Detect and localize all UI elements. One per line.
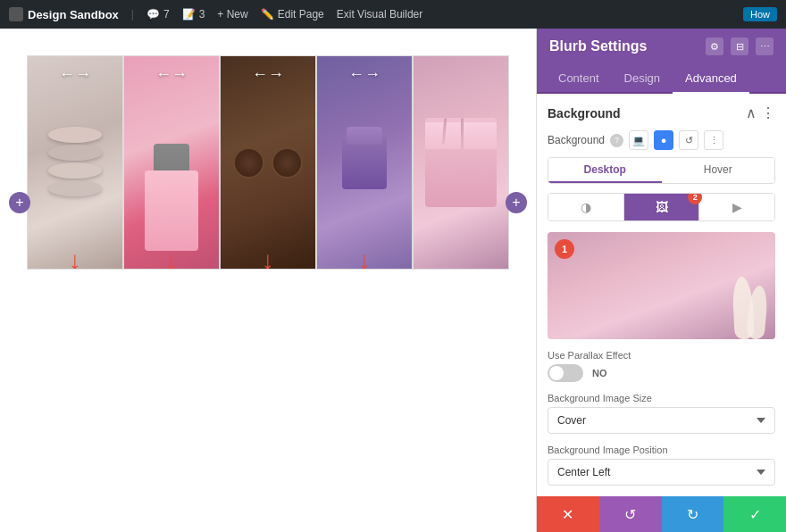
settings-panel: Blurb Settings ⚙ ⊟ ⋯ Content Design Adva… xyxy=(536,29,786,532)
panel-header: Blurb Settings ⚙ ⊟ ⋯ xyxy=(537,29,786,64)
bg-type-image[interactable]: 🖼 2 xyxy=(624,194,700,220)
save-button[interactable]: ✓ xyxy=(723,496,786,532)
comments-item[interactable]: 💬 7 xyxy=(146,8,170,21)
save-icon: ✓ xyxy=(749,506,761,523)
undo-icon: ↺ xyxy=(624,506,636,523)
circle-icon[interactable]: ● xyxy=(654,130,673,150)
bottom-toolbar: ✕ ↺ ↻ ✓ xyxy=(537,496,786,532)
panel-header-icons: ⚙ ⊟ ⋯ xyxy=(706,37,773,55)
undo-button[interactable]: ↺ xyxy=(599,496,662,532)
exit-label: Exit Visual Builder xyxy=(337,8,423,21)
bg-type-row: ◑ 🖼 2 ▶ xyxy=(548,193,775,221)
main-area: + + ←→ ↓ xyxy=(0,29,786,532)
device-tabs: Desktop Hover xyxy=(548,157,775,184)
red-arrow-1: ↓ xyxy=(69,248,81,270)
tab-hover[interactable]: Hover xyxy=(662,158,775,183)
arrow-overlay-2: ←→ xyxy=(155,65,188,84)
separator-1: | xyxy=(131,8,134,21)
collapse-icon[interactable]: ∧ xyxy=(746,104,757,121)
more-bg-icon[interactable]: ⋮ xyxy=(704,130,723,150)
comments-count: 7 xyxy=(163,8,170,21)
notes-item[interactable]: 📝 3 xyxy=(182,8,205,21)
image-card-4[interactable]: ←→ ↓ xyxy=(316,55,413,270)
top-bar: Design Sandbox | 💬 7 📝 3 + New ✏️ Edit P… xyxy=(0,0,786,29)
edit-page-button[interactable]: ✏️ Edit Page xyxy=(261,8,324,21)
toggle-knob xyxy=(549,366,564,380)
gradient-icon: ◑ xyxy=(581,200,591,214)
canvas-area: + + ←→ ↓ xyxy=(0,29,536,532)
red-arrow-3: ↓ xyxy=(262,248,274,270)
image-position-label: Background Image Position xyxy=(548,445,775,455)
redo-button[interactable]: ↻ xyxy=(662,496,724,532)
parallax-toggle-row: NO xyxy=(548,364,775,382)
bg-type-gradient[interactable]: ◑ xyxy=(548,194,624,220)
notes-count: 3 xyxy=(199,8,205,21)
desktop-device-icon[interactable]: 💻 xyxy=(629,130,648,150)
more-options-icon[interactable]: ⋮ xyxy=(761,104,775,121)
image-icon: 🖼 xyxy=(656,200,668,214)
red-arrow-4: ↓ xyxy=(358,248,371,270)
add-column-right-button[interactable]: + xyxy=(506,192,527,213)
bg-label-row: Background ? 💻 ● ↺ ⋮ xyxy=(548,130,775,150)
site-logo: Design Sandbox xyxy=(9,7,119,21)
arrow-overlay-3: ←→ xyxy=(252,65,284,84)
cancel-button[interactable]: ✕ xyxy=(537,496,599,532)
redo-icon: ↻ xyxy=(687,506,698,523)
panel-title: Blurb Settings xyxy=(549,38,647,54)
image-position-select[interactable]: Center Left Center Center Center Right T… xyxy=(548,459,775,486)
comment-icon: 💬 xyxy=(146,8,160,21)
panel-body: Background ∧ ⋮ Background ? 💻 ● ↺ ⋮ Desk… xyxy=(537,94,786,496)
image-card-5[interactable] xyxy=(413,55,509,270)
preview-badge: 1 xyxy=(555,239,574,259)
image-card-3[interactable]: ←→ ↓ xyxy=(220,55,316,270)
logo-icon xyxy=(9,7,23,21)
more-icon[interactable]: ⋯ xyxy=(756,37,773,55)
undo-bg-icon[interactable]: ↺ xyxy=(679,130,698,150)
image-row: ←→ ↓ ←→ ↓ xyxy=(27,55,509,270)
arrow-overlay-1: ←→ xyxy=(59,65,91,84)
new-button[interactable]: + New xyxy=(217,8,247,21)
section-controls: ∧ ⋮ xyxy=(746,104,775,121)
new-label: + New xyxy=(217,8,247,21)
tab-content[interactable]: Content xyxy=(546,64,612,94)
image-card-1[interactable]: ←→ ↓ xyxy=(27,55,123,270)
add-column-left-button[interactable]: + xyxy=(9,192,30,213)
how-label: How xyxy=(750,9,770,20)
parallax-label: Use Parallax Effect xyxy=(548,350,775,361)
exit-builder-button[interactable]: Exit Visual Builder xyxy=(337,8,423,21)
notes-icon: 📝 xyxy=(182,8,196,21)
image-size-select[interactable]: Cover Contain Auto xyxy=(548,407,775,434)
parallax-field: Use Parallax Effect NO xyxy=(548,350,775,382)
topbar-right: How xyxy=(743,7,777,21)
edit-label: Edit Page xyxy=(278,8,324,21)
site-name: Design Sandbox xyxy=(28,8,119,21)
arrow-overlay-4: ←→ xyxy=(348,65,380,84)
video-icon: ▶ xyxy=(732,200,742,214)
preview-image[interactable]: 1 xyxy=(548,232,775,339)
layout-icon[interactable]: ⊟ xyxy=(731,37,748,55)
background-section-header: Background ∧ ⋮ xyxy=(548,104,775,121)
pencil-icon: ✏️ xyxy=(261,8,274,21)
bg-type-video[interactable]: ▶ xyxy=(699,194,774,220)
parallax-value: NO xyxy=(592,368,607,378)
how-button[interactable]: How xyxy=(743,7,777,21)
image-size-label: Background Image Size xyxy=(548,393,775,403)
image-card-2[interactable]: ←→ ↓ xyxy=(123,55,220,270)
image-size-field: Background Image Size Cover Contain Auto xyxy=(548,393,775,434)
cancel-icon: ✕ xyxy=(562,506,573,523)
image-position-field: Background Image Position Center Left Ce… xyxy=(548,445,775,486)
tab-design[interactable]: Design xyxy=(612,64,673,94)
tab-advanced[interactable]: Advanced xyxy=(673,64,749,94)
bg-label: Background xyxy=(548,134,605,146)
tab-desktop[interactable]: Desktop xyxy=(548,158,662,183)
red-arrow-2: ↓ xyxy=(165,248,178,270)
help-icon[interactable]: ? xyxy=(610,134,623,147)
section-title: Background xyxy=(548,106,621,121)
parallax-toggle[interactable] xyxy=(548,364,583,382)
panel-tabs: Content Design Advanced xyxy=(537,64,786,94)
settings-icon[interactable]: ⚙ xyxy=(706,37,723,55)
